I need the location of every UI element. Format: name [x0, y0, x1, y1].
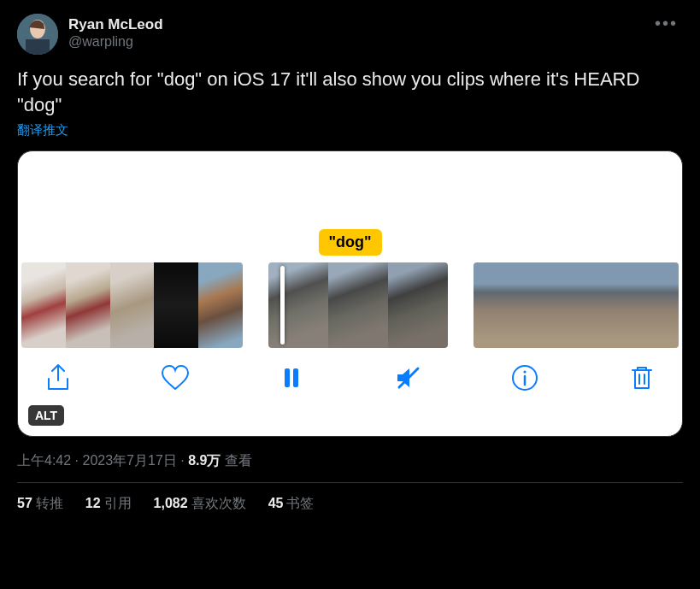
- clip-frame: [515, 262, 556, 348]
- search-tag-badge: "dog": [318, 229, 381, 256]
- clip-frame: [154, 262, 198, 348]
- user-name[interactable]: Ryan McLeod: [68, 15, 639, 33]
- mute-icon[interactable]: [392, 362, 425, 394]
- alt-badge[interactable]: ALT: [28, 405, 64, 426]
- trash-icon[interactable]: [626, 362, 658, 394]
- media-top: "dog": [18, 151, 682, 262]
- clip-frame: [328, 262, 388, 348]
- clip-frame: [597, 262, 638, 348]
- heart-icon[interactable]: [159, 362, 191, 394]
- svg-rect-2: [26, 39, 50, 55]
- clip-frame: [556, 262, 597, 348]
- svg-point-7: [524, 371, 526, 374]
- share-icon[interactable]: [42, 362, 74, 394]
- clip-frame: [638, 262, 679, 348]
- playhead-icon[interactable]: [280, 266, 285, 345]
- views-label: 查看: [221, 453, 251, 468]
- svg-rect-4: [293, 368, 298, 387]
- tweet-stats: 57转推 12引用 1,082喜欢次数 45书签: [17, 483, 683, 525]
- pause-icon[interactable]: [275, 362, 308, 394]
- stat-retweets[interactable]: 57转推: [17, 495, 63, 513]
- svg-rect-3: [285, 368, 290, 387]
- tweet-meta: 上午4:42 · 2023年7月17日 · 8.9万 查看: [17, 437, 683, 483]
- media-card[interactable]: "dog": [17, 150, 683, 437]
- clip-group[interactable]: [21, 262, 243, 348]
- video-timeline[interactable]: [18, 262, 682, 348]
- stat-bookmarks[interactable]: 45书签: [268, 495, 315, 513]
- info-icon[interactable]: [509, 362, 541, 394]
- stat-quotes[interactable]: 12引用: [85, 495, 132, 513]
- tweet-text: If you search for "dog" on iOS 17 it'll …: [17, 67, 683, 117]
- clip-group[interactable]: [474, 262, 679, 348]
- clip-frame: [110, 262, 155, 348]
- user-handle[interactable]: @warpling: [68, 33, 639, 50]
- meta-date[interactable]: 2023年7月17日: [82, 453, 176, 468]
- more-icon[interactable]: •••: [650, 14, 683, 33]
- tweet-header: Ryan McLeod @warpling •••: [17, 14, 683, 55]
- clip-frame: [66, 262, 110, 348]
- tweet: Ryan McLeod @warpling ••• If you search …: [0, 0, 700, 525]
- clip-frame: [388, 262, 448, 348]
- stat-likes[interactable]: 1,082喜欢次数: [154, 495, 246, 513]
- clip-group[interactable]: [268, 262, 448, 348]
- clip-frame: [198, 262, 243, 348]
- translate-link[interactable]: 翻译推文: [17, 122, 683, 138]
- user-block: Ryan McLeod @warpling: [68, 14, 639, 50]
- clip-frame: [21, 262, 66, 348]
- avatar[interactable]: [17, 14, 58, 55]
- views-count: 8.9万: [188, 453, 221, 468]
- media-action-bar: [18, 348, 682, 394]
- clip-frame: [268, 262, 328, 348]
- clip-frame: [474, 262, 515, 348]
- meta-time[interactable]: 上午4:42: [17, 453, 71, 468]
